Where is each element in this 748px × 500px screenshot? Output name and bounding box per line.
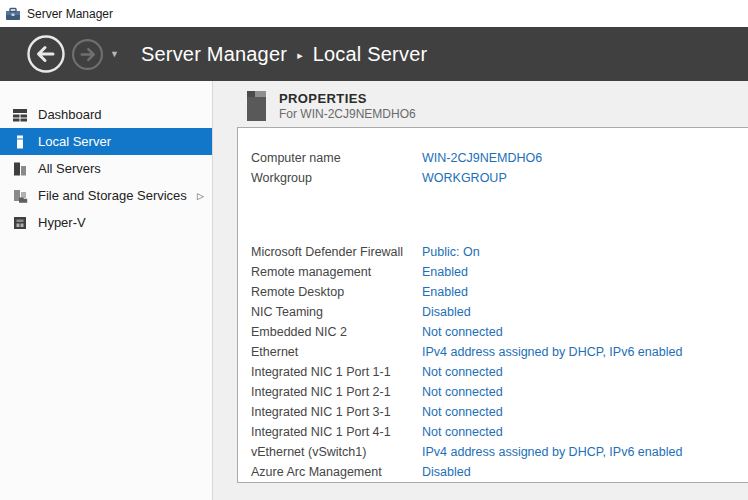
property-label: Remote Desktop	[251, 285, 422, 299]
property-value-link[interactable]: Not connected	[422, 405, 503, 419]
property-value-link[interactable]: Not connected	[422, 385, 503, 399]
properties-titles: PROPERTIES For WIN-2CJ9NEMDHO6	[279, 91, 416, 122]
property-row-azure-arc: Azure Arc Management Disabled	[238, 462, 748, 482]
property-row-computer-name: Computer name WIN-2CJ9NEMDHO6	[238, 148, 748, 168]
property-value-link[interactable]: IPv4 address assigned by DHCP, IPv6 enab…	[422, 345, 682, 359]
properties-header: PROPERTIES For WIN-2CJ9NEMDHO6	[247, 91, 748, 127]
sidebar-item-label: Local Server	[38, 134, 111, 149]
breadcrumb-current[interactable]: Local Server	[313, 43, 428, 66]
property-row-vethernet: vEthernet (vSwitch1) IPv4 address assign…	[238, 442, 748, 462]
local-server-panel: PROPERTIES For WIN-2CJ9NEMDHO6 Computer …	[213, 81, 748, 500]
all-servers-icon	[12, 161, 28, 177]
property-row-firewall: Microsoft Defender Firewall Public: On	[238, 242, 748, 262]
property-label: Integrated NIC 1 Port 4-1	[251, 425, 422, 439]
property-label: Remote management	[251, 265, 422, 279]
forward-button[interactable]	[71, 38, 104, 71]
window-title: Server Manager	[27, 7, 113, 21]
property-row-ethernet: Ethernet IPv4 address assigned by DHCP, …	[238, 342, 748, 362]
property-label: NIC Teaming	[251, 305, 422, 319]
back-arrow-icon	[26, 34, 66, 74]
sidebar-item-local-server[interactable]: Local Server	[0, 128, 212, 155]
breadcrumb: Server Manager ▸ Local Server	[141, 43, 427, 66]
server-properties-icon	[247, 91, 266, 121]
property-group-spacer	[238, 188, 748, 242]
file-storage-services-icon	[12, 188, 28, 204]
property-row-integrated-nic-4-1: Integrated NIC 1 Port 4-1 Not connected	[238, 422, 748, 442]
property-value-link[interactable]: Enabled	[422, 265, 468, 279]
sidebar-item-label: All Servers	[38, 161, 101, 176]
property-label: vEthernet (vSwitch1)	[251, 445, 422, 459]
sidebar-item-label: File and Storage Services	[38, 188, 187, 203]
property-label: Workgroup	[251, 171, 422, 185]
property-row-workgroup: Workgroup WORKGROUP	[238, 168, 748, 188]
breadcrumb-root[interactable]: Server Manager	[141, 43, 287, 66]
sidebar: Dashboard Local Server All Servers	[0, 81, 213, 500]
property-label: Computer name	[251, 151, 422, 165]
property-label: Integrated NIC 1 Port 2-1	[251, 385, 422, 399]
sidebar-item-hyper-v[interactable]: Hyper-V	[0, 209, 212, 236]
property-value-link[interactable]: Not connected	[422, 365, 503, 379]
property-value-link[interactable]: Not connected	[422, 325, 503, 339]
property-value-link[interactable]: Disabled	[422, 465, 471, 479]
property-row-remote-management: Remote management Enabled	[238, 262, 748, 282]
properties-subtitle: For WIN-2CJ9NEMDHO6	[279, 107, 416, 122]
properties-box: Computer name WIN-2CJ9NEMDHO6 Workgroup …	[237, 127, 748, 483]
sidebar-item-label: Dashboard	[38, 107, 102, 122]
property-value-link[interactable]: IPv4 address assigned by DHCP, IPv6 enab…	[422, 445, 682, 459]
title-bar: Server Manager	[0, 0, 748, 27]
forward-arrow-icon	[71, 38, 104, 71]
hyper-v-icon	[12, 215, 28, 231]
sidebar-item-label: Hyper-V	[38, 215, 86, 230]
property-label: Integrated NIC 1 Port 1-1	[251, 365, 422, 379]
server-manager-app-icon	[5, 6, 21, 22]
server-manager-window: Server Manager ▼ Server Manager ▸ Local …	[0, 0, 748, 500]
property-value-link[interactable]: Disabled	[422, 305, 471, 319]
property-label: Microsoft Defender Firewall	[251, 245, 422, 259]
property-row-integrated-nic-1-1: Integrated NIC 1 Port 1-1 Not connected	[238, 362, 748, 382]
property-row-integrated-nic-2-1: Integrated NIC 1 Port 2-1 Not connected	[238, 382, 748, 402]
content-area: Dashboard Local Server All Servers	[0, 81, 748, 500]
expand-chevron-icon[interactable]: ▷	[197, 191, 204, 201]
breadcrumb-separator-icon: ▸	[297, 49, 303, 62]
property-label: Azure Arc Management	[251, 465, 422, 479]
property-row-embedded-nic-2: Embedded NIC 2 Not connected	[238, 322, 748, 342]
property-row-remote-desktop: Remote Desktop Enabled	[238, 282, 748, 302]
sidebar-item-all-servers[interactable]: All Servers	[0, 155, 212, 182]
property-value-link[interactable]: WORKGROUP	[422, 171, 507, 185]
property-value-link[interactable]: Public: On	[422, 245, 480, 259]
properties-title: PROPERTIES	[279, 91, 416, 107]
sidebar-item-dashboard[interactable]: Dashboard	[0, 101, 212, 128]
property-label: Integrated NIC 1 Port 3-1	[251, 405, 422, 419]
navigation-bar: ▼ Server Manager ▸ Local Server	[0, 27, 748, 81]
property-value-link[interactable]: WIN-2CJ9NEMDHO6	[422, 151, 542, 165]
property-value-link[interactable]: Enabled	[422, 285, 468, 299]
back-button[interactable]	[26, 34, 66, 74]
dashboard-icon	[12, 107, 28, 123]
local-server-icon	[12, 134, 28, 150]
property-row-nic-teaming: NIC Teaming Disabled	[238, 302, 748, 322]
property-value-link[interactable]: Not connected	[422, 425, 503, 439]
property-label: Embedded NIC 2	[251, 325, 422, 339]
sidebar-item-file-storage-services[interactable]: File and Storage Services ▷	[0, 182, 212, 209]
property-row-integrated-nic-3-1: Integrated NIC 1 Port 3-1 Not connected	[238, 402, 748, 422]
history-dropdown-caret[interactable]: ▼	[110, 49, 119, 59]
property-label: Ethernet	[251, 345, 422, 359]
